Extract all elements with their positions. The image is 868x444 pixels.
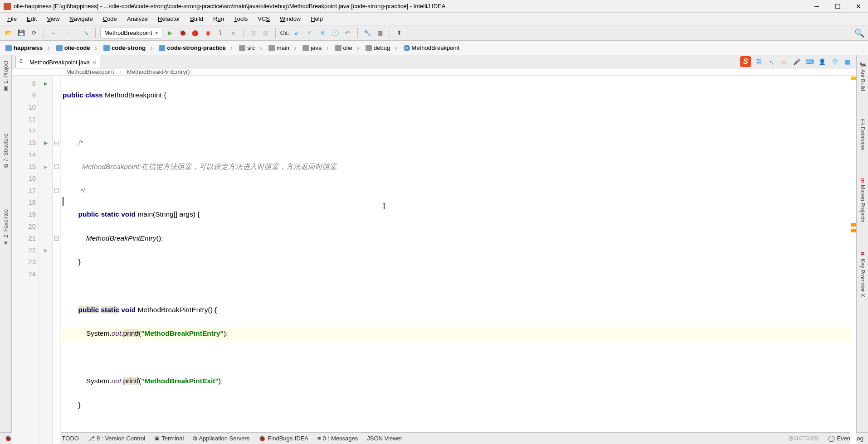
code-breadcrumb: MethodBreakpoint › MethodBreakPintEntry(… — [12, 68, 856, 76]
nav-item-java[interactable]: java — [300, 42, 332, 54]
fold-gutter[interactable]: − − − − — [53, 76, 61, 444]
fold-toggle-icon[interactable]: − — [54, 236, 59, 241]
folder-icon — [5, 45, 12, 51]
file-tab-active[interactable]: C MethodBreakpoint.java × — [15, 55, 100, 68]
git-update-icon[interactable]: ↙ — [292, 28, 302, 38]
layout-icon[interactable]: ▥ — [248, 28, 258, 38]
git-commit-icon[interactable]: ✓ — [305, 28, 315, 38]
separator — [243, 28, 244, 38]
highlight-mark[interactable] — [851, 229, 856, 232]
warning-mark[interactable] — [851, 77, 856, 80]
menu-edit[interactable]: Edit — [22, 14, 41, 23]
menu-window[interactable]: Window — [275, 14, 305, 23]
run-gutter-icon[interactable]: ▶ — [44, 140, 48, 146]
close-tab-icon[interactable]: × — [93, 59, 96, 66]
fold-toggle-icon[interactable]: − — [54, 164, 59, 169]
fold-toggle-icon[interactable]: − — [54, 188, 59, 193]
nav-item-olie[interactable]: olie — [332, 42, 363, 54]
text-caret — [63, 197, 63, 206]
title-bar: olie-happiness [E:\git\happiness] - ...\… — [0, 0, 868, 13]
git-compare-icon[interactable]: ⤮ — [317, 28, 327, 38]
menu-build[interactable]: Build — [185, 14, 208, 23]
menu-file[interactable]: File — [3, 14, 21, 23]
breadcrumb-class[interactable]: MethodBreakpoint — [66, 68, 114, 75]
folder-icon — [268, 45, 275, 51]
separator — [357, 28, 358, 38]
menu-run[interactable]: Run — [209, 14, 229, 23]
run-icon[interactable]: ▶ — [165, 28, 175, 38]
menu-navigate[interactable]: Navigate — [65, 14, 97, 23]
minimize-button[interactable]: ─ — [811, 2, 823, 11]
layout2-icon[interactable]: ▤ — [261, 28, 271, 38]
run-config-selector[interactable]: MethodBreakpoint ▾ — [100, 28, 162, 39]
ime-voice-icon[interactable]: 🎤 — [792, 57, 802, 67]
ime-skin-icon[interactable]: 👕 — [830, 57, 840, 67]
folder-icon — [335, 45, 341, 51]
build-icon[interactable]: ↘ — [81, 28, 91, 38]
menu-view[interactable]: View — [42, 14, 64, 23]
coverage-icon[interactable]: ⬤ — [190, 28, 200, 38]
project-structure-icon[interactable]: ▦ — [375, 28, 385, 38]
ime-lang-icon[interactable]: 英 — [754, 57, 764, 67]
git-history-icon[interactable]: 🕘 — [330, 28, 340, 38]
nav-breadcrumb: happiness olie-code code-strong code-str… — [0, 41, 868, 55]
git-revert-icon[interactable]: ↶ — [343, 28, 353, 38]
menu-vcs[interactable]: VCS — [253, 14, 274, 23]
code-editor[interactable]: public class MethodBreakpoint { /* Metho… — [61, 76, 850, 444]
sync-icon[interactable]: ⬍ — [395, 28, 405, 38]
menu-tools[interactable]: Tools — [229, 14, 252, 23]
tab-structure[interactable]: ⧉ 7: Structure — [2, 131, 10, 170]
menu-refactor[interactable]: Refactor — [153, 14, 185, 23]
window-title: olie-happiness [E:\git\happiness] - ...\… — [14, 3, 811, 10]
stop-icon[interactable]: ■ — [229, 28, 239, 38]
ime-punct-icon[interactable]: •, — [766, 57, 776, 67]
nav-item-main[interactable]: main — [266, 42, 300, 54]
forward-icon[interactable]: → — [61, 28, 71, 38]
nav-item-debug[interactable]: debug — [363, 42, 400, 54]
collapse-arrow-icon[interactable]: ▶ — [44, 164, 48, 169]
save-icon[interactable]: 💾 — [16, 28, 26, 38]
tab-project[interactable]: ▣ 1: Project — [2, 58, 10, 95]
git-label: Git: — [280, 29, 289, 36]
open-icon[interactable]: 📂 — [4, 28, 14, 38]
error-stripe[interactable] — [850, 76, 856, 444]
breadcrumb-method[interactable]: MethodBreakPintEntry() — [127, 68, 190, 75]
separator — [44, 28, 44, 38]
maximize-button[interactable]: ☐ — [832, 2, 844, 11]
attach-icon[interactable]: ⤵ — [216, 28, 226, 38]
search-everywhere-icon[interactable]: 🔍 — [854, 28, 864, 38]
close-button[interactable]: ✕ — [853, 2, 864, 11]
ime-user-icon[interactable]: 👤 — [817, 57, 827, 67]
profile-icon[interactable]: ◉ — [203, 28, 213, 38]
debug-icon[interactable]: 🐞 — [178, 28, 188, 38]
tab-maven[interactable]: m Maven Projects — [858, 175, 867, 225]
ime-emoji-icon[interactable]: ☺ — [779, 57, 789, 67]
sogou-icon[interactable]: S — [740, 56, 751, 67]
tab-key-promoter[interactable]: ✖ Key Promoter X — [858, 248, 867, 300]
menu-help[interactable]: Help — [306, 14, 327, 23]
nav-item-class[interactable]: CMethodBreakpoint — [401, 42, 468, 54]
separator — [76, 28, 76, 38]
ime-toolbox-icon[interactable]: ▦ — [843, 57, 853, 67]
nav-item-practice[interactable]: code-strong-practice — [156, 42, 236, 54]
mouse-text-cursor: I — [383, 201, 385, 212]
nav-item-happiness[interactable]: happiness — [3, 42, 54, 54]
tab-database[interactable]: 🗄 Database — [858, 116, 867, 153]
back-icon[interactable]: ← — [49, 28, 59, 38]
nav-item-olie-code[interactable]: olie-code — [54, 42, 101, 54]
menu-analyze[interactable]: Analyze — [122, 14, 152, 23]
highlight-mark[interactable] — [851, 223, 856, 227]
settings-icon[interactable]: 🔧 — [362, 28, 372, 38]
line-number-gutter[interactable]: 89101112131415161718192021222324 — [12, 76, 39, 444]
nav-item-code-strong[interactable]: code-strong — [101, 42, 156, 54]
collapse-arrow-icon[interactable]: ▶ — [44, 248, 48, 253]
menu-code[interactable]: Code — [98, 14, 122, 23]
icon-gutter[interactable]: ▶ ▶ ▶ ▶ — [39, 76, 53, 444]
tab-favorites[interactable]: ★ 2: Favorites — [2, 207, 10, 249]
run-gutter-icon[interactable]: ▶ — [44, 81, 48, 87]
tab-ant-build[interactable]: 🐜 Ant Build — [858, 58, 867, 94]
refresh-icon[interactable]: ⟳ — [29, 28, 39, 38]
fold-toggle-icon[interactable]: − — [54, 141, 59, 145]
nav-item-src[interactable]: src — [236, 42, 266, 54]
ime-keyboard-icon[interactable]: ⌨ — [805, 57, 814, 67]
